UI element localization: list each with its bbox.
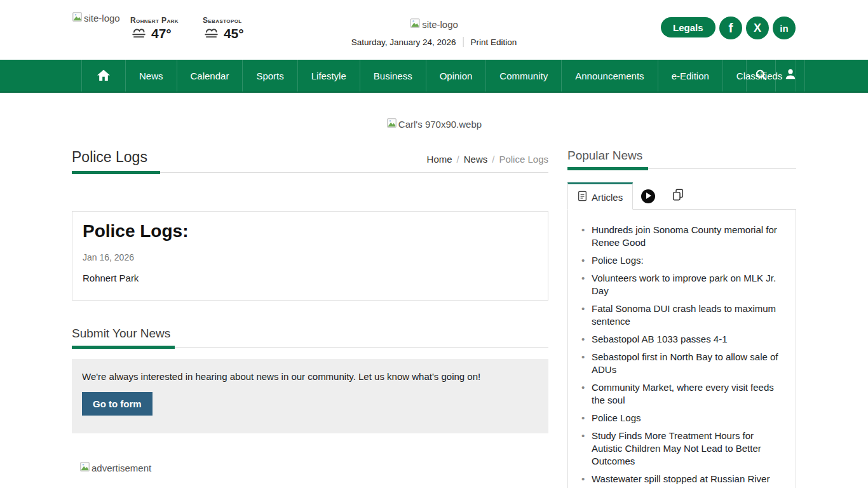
nav-item-e-edition[interactable]: e-Edition bbox=[658, 60, 722, 92]
popular-news-item[interactable]: Wastewater spill stopped at Russian Rive… bbox=[578, 473, 785, 488]
site-header: site-logo Rohnert Park 47° Sebastopol 45… bbox=[0, 0, 868, 60]
nav-home[interactable] bbox=[81, 60, 125, 92]
play-icon bbox=[641, 189, 655, 203]
weather-rohnert-park: Rohnert Park 47° bbox=[130, 16, 179, 41]
weather-city-label: Rohnert Park bbox=[130, 16, 179, 25]
copy-icon bbox=[672, 189, 684, 203]
banner-ad[interactable]: Carl's 970x90.webp bbox=[386, 118, 482, 130]
popular-news-header: Popular News bbox=[567, 149, 796, 169]
popular-news-item[interactable]: Sebastopol AB 1033 passes 4-1 bbox=[578, 333, 785, 346]
popular-news-item[interactable]: Hundreds join Sonoma County memorial for… bbox=[578, 224, 785, 249]
nav-item-business[interactable]: Business bbox=[360, 60, 426, 92]
search-button[interactable] bbox=[746, 60, 775, 92]
page-header: Police Logs Home/News/Police Logs bbox=[72, 149, 548, 173]
weather-sebastopol: Sebastopol 45° bbox=[203, 16, 244, 41]
article-title-link[interactable]: Police Logs: bbox=[83, 221, 188, 241]
facebook-icon[interactable]: f bbox=[719, 17, 742, 39]
submit-news-heading: Submit Your News bbox=[72, 327, 170, 347]
fog-weather-icon bbox=[203, 25, 220, 41]
popular-news-panel: Hundreds join Sonoma County memorial for… bbox=[567, 209, 796, 488]
article-card: Police Logs: Jan 16, 2026 Rohnert Park bbox=[72, 211, 548, 301]
tab-videos[interactable] bbox=[633, 182, 663, 210]
advertisement-alt-text: advertisement bbox=[92, 463, 151, 473]
site-logo[interactable]: site-logo bbox=[72, 11, 120, 24]
weather-widget: Rohnert Park 47° Sebastopol 45° bbox=[130, 16, 244, 41]
article-location: Rohnert Park bbox=[83, 273, 538, 283]
document-icon bbox=[578, 191, 587, 203]
site-logo-alt-text: site-logo bbox=[422, 19, 458, 30]
popular-news-item[interactable]: Sebastopol first in North Bay to allow s… bbox=[578, 351, 785, 376]
popular-news-sidebar: Popular News Articles Hundreds join Sono… bbox=[567, 149, 796, 488]
article-date: Jan 16, 2026 bbox=[83, 252, 538, 262]
nav-item-community[interactable]: Community bbox=[485, 60, 561, 92]
tab-articles-label: Articles bbox=[592, 192, 623, 203]
breadcrumb-news[interactable]: News bbox=[464, 154, 488, 165]
x-twitter-icon[interactable]: X bbox=[746, 17, 769, 39]
print-edition-link[interactable]: Print Edition bbox=[471, 37, 517, 47]
broken-image-icon bbox=[79, 461, 90, 474]
broken-image-icon bbox=[72, 11, 83, 24]
linkedin-icon[interactable]: in bbox=[773, 17, 796, 39]
popular-news-item[interactable]: Community Market, where every visit feed… bbox=[578, 381, 785, 407]
social-links: f X in bbox=[719, 17, 796, 39]
popular-news-item[interactable]: Fatal Sonoma DUI crash leads to maximum … bbox=[578, 302, 785, 328]
home-icon bbox=[97, 69, 111, 83]
breadcrumb-separator: / bbox=[457, 154, 459, 165]
weather-temp: 45° bbox=[224, 26, 244, 41]
current-date: Saturday, January 24, 2026 bbox=[351, 37, 456, 47]
site-logo-alt-text: site-logo bbox=[84, 13, 120, 24]
tab-articles[interactable]: Articles bbox=[567, 182, 633, 210]
submit-news-box: We're always interested in hearing about… bbox=[72, 359, 548, 433]
weather-city-label: Sebastopol bbox=[203, 16, 244, 25]
account-button[interactable] bbox=[775, 60, 804, 92]
submit-news-message: We're always interested in hearing about… bbox=[82, 371, 538, 382]
page-title: Police Logs bbox=[72, 149, 147, 172]
nav-item-opinion[interactable]: Opinion bbox=[426, 60, 486, 92]
popular-news-item[interactable]: Police Logs: bbox=[578, 254, 785, 267]
popular-news-item[interactable]: Police Logs bbox=[578, 412, 785, 424]
tab-collections[interactable] bbox=[663, 182, 693, 210]
popular-news-item[interactable]: Study Finds More Treatment Hours for Aut… bbox=[578, 430, 785, 468]
popular-news-list: Hundreds join Sonoma County memorial for… bbox=[578, 224, 785, 488]
banner-ad-alt-text: Carl's 970x90.webp bbox=[398, 119, 482, 130]
popular-news-heading: Popular News bbox=[567, 149, 642, 168]
popular-news-item[interactable]: Volunteers work to improve park on MLK J… bbox=[578, 272, 785, 297]
search-icon bbox=[754, 68, 768, 84]
nav-item-lifestyle[interactable]: Lifestyle bbox=[297, 60, 360, 92]
fog-weather-icon bbox=[130, 25, 147, 41]
main-navbar: News Calendar Sports Lifestyle Business … bbox=[0, 60, 868, 93]
submit-news-header: Submit Your News bbox=[72, 327, 548, 348]
nav-item-announcements[interactable]: Announcements bbox=[561, 60, 657, 92]
person-icon bbox=[783, 67, 797, 84]
nav-item-calendar[interactable]: Calendar bbox=[177, 60, 243, 92]
breadcrumb-separator: / bbox=[492, 154, 494, 165]
advertisement[interactable]: advertisement bbox=[79, 461, 151, 474]
breadcrumb-current: Police Logs bbox=[499, 154, 548, 165]
broken-image-icon bbox=[386, 118, 397, 130]
weather-temp: 47° bbox=[151, 26, 172, 41]
legals-button[interactable]: Legals bbox=[661, 17, 715, 37]
site-logo-center[interactable]: site-logo bbox=[410, 18, 458, 30]
breadcrumb: Home/News/Police Logs bbox=[427, 154, 548, 172]
popular-news-tabs: Articles bbox=[567, 182, 796, 210]
nav-item-news[interactable]: News bbox=[125, 60, 177, 92]
breadcrumb-home[interactable]: Home bbox=[427, 154, 452, 165]
broken-image-icon bbox=[410, 18, 421, 30]
go-to-form-button[interactable]: Go to form bbox=[82, 392, 153, 416]
header-divider bbox=[463, 37, 464, 47]
nav-item-sports[interactable]: Sports bbox=[242, 60, 297, 92]
